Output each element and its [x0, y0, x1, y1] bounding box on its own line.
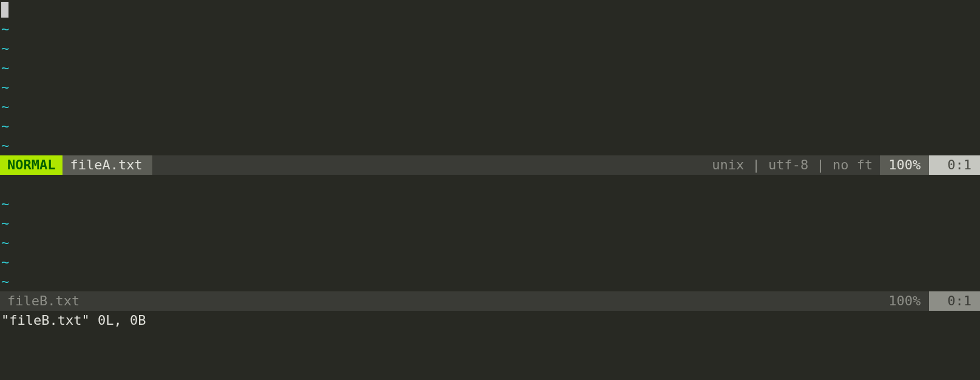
- tilde-line: ~: [0, 97, 980, 117]
- filename-segment: fileA.txt: [63, 155, 152, 175]
- percent-segment: 100%: [880, 291, 929, 311]
- tilde-line: ~: [0, 19, 980, 39]
- cursor: [1, 2, 8, 18]
- statusline-inactive: fileB.txt 100% 0:1: [0, 291, 980, 311]
- tilde-line: ~: [0, 58, 980, 78]
- buffer-line-1[interactable]: [0, 175, 980, 194]
- position-segment: 0:1: [929, 291, 980, 311]
- tilde-line: ~: [0, 117, 980, 136]
- tilde-line: ~: [0, 78, 980, 97]
- tilde-line: ~: [0, 136, 980, 155]
- statusline-spacer: [152, 155, 705, 175]
- command-line[interactable]: "fileB.txt" 0L, 0B: [0, 311, 980, 330]
- filename-segment: fileB.txt: [0, 291, 87, 311]
- tilde-line: ~: [0, 253, 980, 272]
- tilde-line: ~: [0, 214, 980, 233]
- mode-indicator: NORMAL: [0, 155, 63, 175]
- tilde-line: ~: [0, 272, 980, 291]
- top-window[interactable]: ~ ~ ~ ~ ~ ~ ~ NORMAL fileA.txt unix | ut…: [0, 0, 980, 175]
- bottom-window[interactable]: ~ ~ ~ ~ ~ fileB.txt 100% 0:1: [0, 175, 980, 311]
- statusline-active: NORMAL fileA.txt unix | utf-8 | no ft 10…: [0, 155, 980, 175]
- tilde-line: ~: [0, 233, 980, 253]
- tilde-line: ~: [0, 194, 980, 214]
- position-segment: 0:1: [929, 155, 980, 175]
- tilde-line: ~: [0, 39, 980, 58]
- percent-segment: 100%: [880, 155, 929, 175]
- statusline-spacer: [87, 291, 880, 311]
- fileinfo-segment: unix | utf-8 | no ft: [705, 155, 880, 175]
- buffer-line-1[interactable]: [0, 0, 980, 19]
